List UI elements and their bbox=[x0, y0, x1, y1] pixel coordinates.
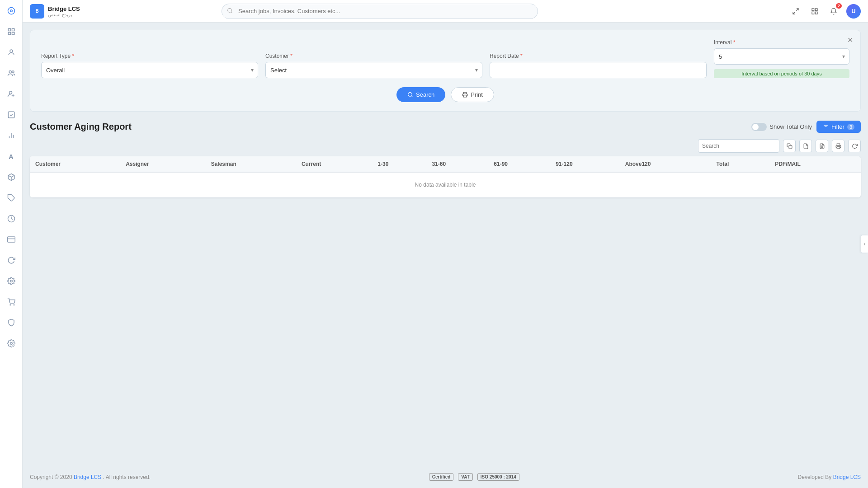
filter-actions: Search Print bbox=[41, 87, 849, 102]
sidebar-item-chart[interactable] bbox=[5, 129, 18, 142]
col-salesman: Salesman bbox=[206, 156, 296, 172]
report-date-input[interactable]: 30-09-2020 bbox=[490, 62, 707, 78]
reload-button[interactable] bbox=[848, 140, 861, 152]
brand-sub: بريدج لسنس bbox=[48, 12, 80, 17]
report-header: Customer Aging Report Show Total Only Fi… bbox=[30, 121, 861, 133]
sidebar-item-shield[interactable] bbox=[5, 316, 18, 329]
global-search-input[interactable] bbox=[222, 4, 538, 19]
svg-rect-30 bbox=[812, 12, 814, 14]
copyright-text: Copyright © 2020 bbox=[30, 474, 72, 480]
sidebar-item-tasks[interactable] bbox=[5, 108, 18, 121]
sidebar-item-grid[interactable] bbox=[5, 25, 18, 38]
topnav: B Bridge LCS بريدج لسنس 2 U bbox=[23, 0, 868, 23]
filter-panel: ✕ Report Type * Overall Detail bbox=[30, 30, 861, 112]
topnav-actions: 2 U bbox=[789, 4, 861, 19]
cert-iso: ISO 25000 : 2014 bbox=[477, 473, 519, 481]
table-empty-message: No data available in table bbox=[30, 172, 861, 197]
svg-line-25 bbox=[231, 12, 232, 13]
filter-close-button[interactable]: ✕ bbox=[845, 35, 855, 45]
sidebar-item-tag[interactable] bbox=[5, 192, 18, 204]
sidebar-item-user[interactable] bbox=[5, 46, 18, 59]
print-button[interactable]: Print bbox=[451, 87, 494, 102]
col-total: Total bbox=[711, 156, 770, 172]
svg-rect-3 bbox=[12, 28, 14, 31]
svg-point-22 bbox=[14, 305, 14, 305]
col-pdf-mail: PDF/MAIL bbox=[769, 156, 861, 172]
sidebar-item-dashboard[interactable] bbox=[5, 5, 18, 17]
interval-group: Interval * 1 2 3 4 5 6 Interval based on… bbox=[714, 39, 849, 78]
search-button[interactable]: Search bbox=[396, 87, 445, 102]
print-table-button[interactable] bbox=[832, 140, 844, 152]
sidebar-item-cog[interactable] bbox=[5, 275, 18, 287]
filter-button[interactable]: Filter 3 bbox=[816, 121, 861, 133]
footer-center: Certified VAT ISO 25000 : 2014 bbox=[429, 473, 519, 481]
interval-select[interactable]: 1 2 3 4 5 6 bbox=[714, 48, 849, 65]
table-search-input[interactable] bbox=[698, 139, 779, 153]
main-wrapper: B Bridge LCS بريدج لسنس 2 U bbox=[23, 0, 868, 488]
svg-rect-12 bbox=[8, 112, 14, 118]
svg-point-21 bbox=[10, 305, 11, 305]
svg-rect-41 bbox=[837, 146, 840, 148]
customer-group: Customer * Select bbox=[265, 53, 482, 78]
search-icon bbox=[227, 8, 233, 15]
report-controls: Show Total Only Filter 3 bbox=[751, 121, 861, 133]
sidebar-item-settings[interactable] bbox=[5, 337, 18, 350]
col-customer: Customer bbox=[30, 156, 120, 172]
fullscreen-button[interactable] bbox=[789, 5, 802, 18]
svg-rect-28 bbox=[812, 9, 814, 11]
svg-rect-29 bbox=[815, 9, 817, 11]
svg-point-8 bbox=[12, 71, 14, 73]
content-area: ✕ Report Type * Overall Detail bbox=[23, 23, 868, 466]
user-avatar[interactable]: U bbox=[846, 4, 861, 19]
sidebar-item-card[interactable] bbox=[5, 233, 18, 246]
brand-name: Bridge LCS bbox=[48, 5, 80, 12]
show-total-label: Show Total Only bbox=[769, 123, 812, 130]
brand-logo: B bbox=[30, 4, 44, 19]
report-type-select[interactable]: Overall Detail bbox=[41, 62, 258, 78]
apps-button[interactable] bbox=[808, 5, 821, 18]
svg-rect-4 bbox=[8, 33, 10, 35]
report-type-group: Report Type * Overall Detail bbox=[41, 53, 258, 78]
report-type-label: Report Type * bbox=[41, 53, 258, 59]
sidebar-item-refresh[interactable] bbox=[5, 254, 18, 267]
sidebar-item-users[interactable] bbox=[5, 67, 18, 80]
col-1-30: 1-30 bbox=[372, 156, 426, 172]
dev-link[interactable]: Bridge LCS bbox=[833, 474, 861, 480]
col-above120: Above120 bbox=[620, 156, 711, 172]
sidebar-item-text[interactable]: A bbox=[5, 150, 18, 163]
report-date-label: Report Date * bbox=[490, 53, 707, 59]
footer: Copyright © 2020 Bridge LCS . All rights… bbox=[23, 466, 868, 488]
svg-point-9 bbox=[9, 91, 12, 94]
col-61-90: 61-90 bbox=[488, 156, 550, 172]
col-31-60: 31-60 bbox=[427, 156, 489, 172]
company-link[interactable]: Bridge LCS bbox=[74, 474, 101, 480]
customer-select-wrapper: Select bbox=[265, 62, 482, 78]
data-table: Customer Assigner Salesman Current 1-30 … bbox=[30, 156, 861, 197]
footer-left: Copyright © 2020 Bridge LCS . All rights… bbox=[30, 474, 151, 480]
global-search[interactable] bbox=[222, 4, 538, 19]
dev-label: Developed By bbox=[798, 474, 832, 480]
pdf-button[interactable] bbox=[816, 140, 828, 152]
show-total-container: Show Total Only bbox=[751, 123, 812, 131]
csv-button[interactable] bbox=[799, 140, 812, 152]
sidebar-item-box[interactable] bbox=[5, 171, 18, 183]
interval-label: Interval * bbox=[714, 39, 849, 46]
collapse-handle[interactable]: ‹ bbox=[861, 235, 868, 253]
sidebar-item-clock[interactable] bbox=[5, 212, 18, 225]
col-91-120: 91-120 bbox=[550, 156, 620, 172]
report-section: Customer Aging Report Show Total Only Fi… bbox=[30, 121, 861, 197]
svg-rect-2 bbox=[8, 28, 10, 31]
sidebar: A bbox=[0, 0, 23, 488]
sidebar-item-add-user[interactable] bbox=[5, 88, 18, 100]
notifications-button[interactable]: 2 bbox=[827, 5, 840, 18]
svg-point-32 bbox=[408, 93, 412, 97]
sidebar-item-cart[interactable] bbox=[5, 296, 18, 308]
copy-button[interactable] bbox=[783, 140, 796, 152]
svg-line-26 bbox=[796, 9, 798, 11]
report-title: Customer Aging Report bbox=[30, 122, 132, 132]
interval-note: Interval based on periods of 30 days bbox=[714, 69, 849, 78]
svg-point-24 bbox=[228, 8, 232, 12]
cert-vat: VAT bbox=[458, 473, 473, 481]
customer-select[interactable]: Select bbox=[265, 62, 482, 78]
show-total-toggle[interactable] bbox=[751, 123, 767, 131]
